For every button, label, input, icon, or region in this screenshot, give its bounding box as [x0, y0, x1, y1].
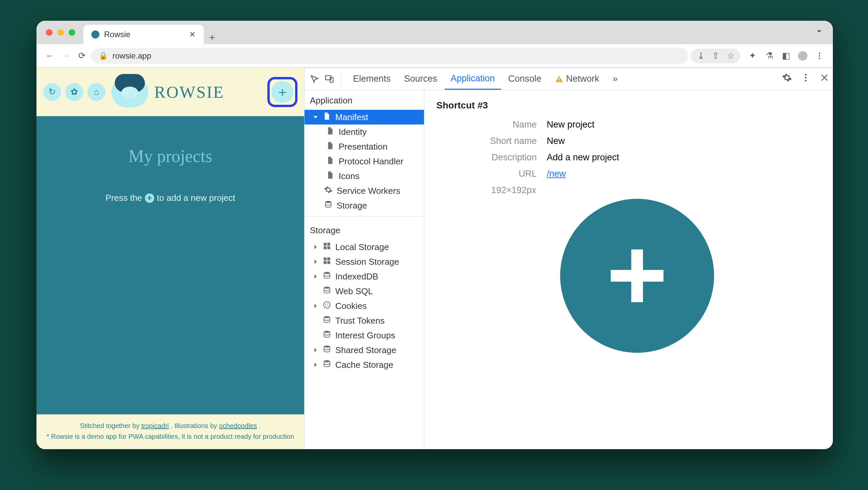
tree-item-shared-storage[interactable]: Shared Storage	[305, 343, 424, 358]
devtools-settings-icon[interactable]	[782, 73, 792, 85]
label-short-name: Short name	[436, 136, 537, 146]
tab-console[interactable]: Console	[502, 68, 548, 90]
share-icon[interactable]: ⇧	[709, 49, 722, 63]
reload-button[interactable]: ⟳	[75, 49, 89, 63]
split-content: ↻ ✿ ⌂ ROWSIE ＋ My projects Press the + t…	[36, 68, 833, 449]
extensions-puzzle-icon[interactable]: ✦	[746, 49, 759, 63]
shortcut-icon-preview	[560, 199, 714, 353]
install-pwa-icon[interactable]: ⤓	[694, 49, 708, 63]
caret-down-icon	[311, 113, 320, 122]
home-button[interactable]: ⌂	[87, 83, 105, 101]
grid-icon	[322, 242, 331, 250]
window-controls	[46, 29, 75, 36]
caret-right-icon	[311, 243, 320, 251]
tree-item-cookies[interactable]: Cookies	[305, 299, 424, 313]
minimize-window-button[interactable]	[57, 29, 64, 36]
gear-icon	[324, 185, 333, 194]
browser-tab[interactable]: Rowsie ✕	[83, 25, 204, 44]
tree-item-websql[interactable]: Web SQL	[305, 284, 424, 299]
new-tab-button[interactable]: ＋	[204, 30, 220, 44]
devtools-tabs: Elements Sources Application Console Net…	[305, 68, 833, 90]
tree-item-presentation[interactable]: Presentation	[305, 139, 424, 154]
label-description: Description	[436, 152, 537, 163]
browser-window: Rowsie ✕ ＋ ← → ⟳ 🔒 rowsie.app ⤓ ⇧ ☆ ✦ ⚗ …	[36, 21, 833, 449]
tab-sources[interactable]: Sources	[398, 68, 443, 90]
tab-more[interactable]: »	[607, 68, 624, 90]
site-header: ↻ ✿ ⌂ ROWSIE ＋	[36, 68, 304, 116]
labs-flask-icon[interactable]: ⚗	[763, 49, 776, 63]
tab-network[interactable]: Network	[549, 68, 605, 90]
side-panel-icon[interactable]: ◧	[779, 49, 793, 63]
extension-strip: ✦ ⚗ ◧	[746, 49, 826, 63]
tab-application[interactable]: Application	[445, 68, 501, 90]
tree-heading-application: Application	[305, 90, 424, 110]
tree-item-service-workers[interactable]: Service Workers	[305, 183, 424, 198]
fullscreen-window-button[interactable]	[69, 29, 75, 36]
file-icon	[326, 141, 335, 150]
devtools-panel: Elements Sources Application Console Net…	[304, 68, 833, 449]
footer-disclaimer: * Rowsie is a demo app for PWA capabilit…	[40, 431, 301, 442]
application-tree: Application Manifest Identity Presentati…	[305, 90, 424, 449]
settings-button[interactable]: ✿	[65, 83, 83, 101]
file-icon	[326, 156, 335, 165]
value-url-link[interactable]: /new	[547, 169, 566, 179]
tree-item-identity[interactable]: Identity	[305, 124, 424, 139]
back-button[interactable]: ←	[43, 49, 57, 63]
devtools-close-icon[interactable]	[819, 73, 830, 85]
device-toolbar-icon[interactable]	[322, 72, 336, 86]
plus-icon: +	[145, 193, 154, 203]
file-icon	[326, 171, 335, 179]
browser-menu-icon[interactable]	[813, 49, 826, 63]
caret-right-icon	[311, 302, 320, 310]
tree-item-protocol-handler[interactable]: Protocol Handler	[305, 154, 424, 169]
tree-item-icons[interactable]: Icons	[305, 169, 424, 183]
caret-right-icon	[311, 346, 320, 355]
tree-item-cache-storage[interactable]: Cache Storage	[305, 358, 424, 372]
icon-dimensions: 192×192px	[491, 185, 821, 195]
site-footer: Stitched together by tropicadri . Illust…	[36, 415, 304, 449]
warning-icon	[555, 74, 563, 83]
grid-icon	[322, 256, 331, 265]
tree-item-interest-groups[interactable]: Interest Groups	[305, 328, 424, 343]
db-icon	[322, 286, 331, 295]
refresh-project-button[interactable]: ↻	[43, 83, 61, 101]
db-icon	[322, 315, 331, 324]
tree-item-storage-app[interactable]: Storage	[305, 198, 424, 213]
tree-item-indexeddb[interactable]: IndexedDB	[305, 269, 424, 284]
tabs-dropdown-button[interactable]	[815, 27, 824, 38]
tree-item-session-storage[interactable]: Session Storage	[305, 254, 424, 269]
lock-icon: 🔒	[99, 52, 108, 60]
add-project-button[interactable]: ＋	[271, 81, 293, 103]
devtools-menu-icon[interactable]	[801, 73, 811, 85]
close-tab-button[interactable]: ✕	[189, 30, 196, 39]
db-icon	[322, 271, 331, 280]
add-project-callout: ＋	[267, 77, 298, 107]
cookie-icon	[322, 301, 331, 309]
author-link-1[interactable]: tropicadri	[141, 422, 169, 429]
value-short-name: New	[547, 136, 821, 146]
page-title: My projects	[128, 146, 212, 166]
empty-state-hint: Press the + to add a new project	[105, 193, 235, 203]
tree-item-manifest[interactable]: Manifest	[305, 110, 424, 124]
caret-right-icon	[311, 257, 320, 266]
favicon-icon	[91, 30, 99, 38]
inspect-element-icon[interactable]	[308, 72, 321, 86]
tab-title: Rowsie	[104, 30, 130, 39]
tree-item-local-storage[interactable]: Local Storage	[305, 240, 424, 254]
detail-heading: Shortcut #3	[436, 100, 821, 111]
bookmark-star-icon[interactable]: ☆	[724, 49, 737, 63]
label-url: URL	[436, 169, 537, 179]
site-viewport: ↻ ✿ ⌂ ROWSIE ＋ My projects Press the + t…	[36, 68, 304, 449]
close-window-button[interactable]	[46, 29, 53, 36]
file-icon	[322, 112, 331, 121]
value-description: Add a new project	[547, 152, 821, 163]
site-body: My projects Press the + to add a new pro…	[36, 116, 304, 415]
tree-item-trust-tokens[interactable]: Trust Tokens	[305, 313, 424, 328]
db-icon	[322, 345, 331, 354]
forward-button[interactable]: →	[59, 49, 72, 63]
author-link-2[interactable]: ochedoodles	[219, 422, 257, 429]
tab-elements[interactable]: Elements	[347, 68, 397, 90]
address-bar[interactable]: 🔒 rowsie.app	[91, 48, 688, 64]
db-icon	[322, 360, 331, 368]
profile-avatar-icon[interactable]	[796, 49, 809, 63]
